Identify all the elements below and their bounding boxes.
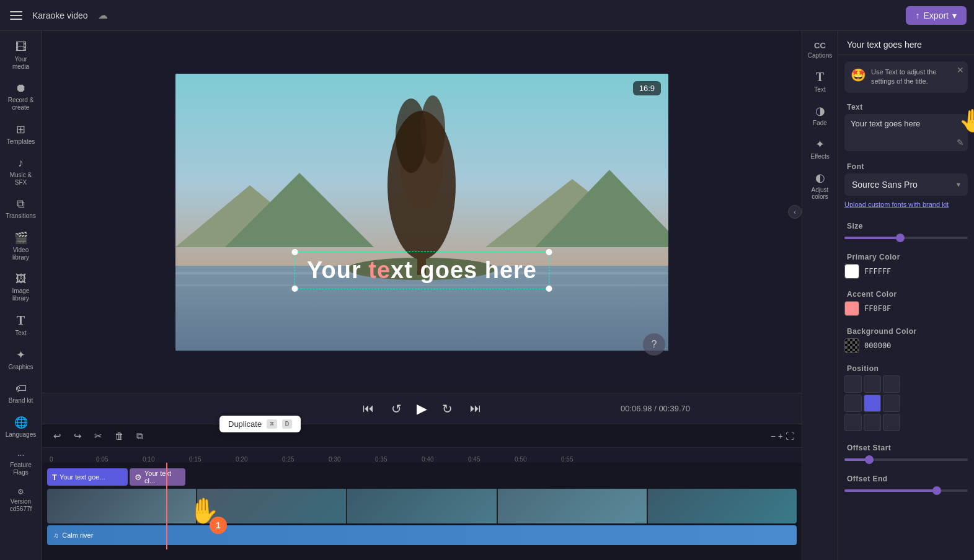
position-cell-2[interactable] (883, 375, 900, 393)
text-clip-2[interactable]: ⚙ Your text cl... (130, 468, 185, 486)
effects-icon: ✦ (815, 138, 825, 151)
font-selector[interactable]: Source Sans Pro ▾ (844, 173, 968, 196)
accent-color-swatch[interactable] (844, 301, 859, 316)
position-grid (844, 375, 968, 431)
topbar: Karaoke video ☁ ↑ Export ▾ (0, 0, 974, 31)
sidebar-item-your-media[interactable]: 🎞 Your media (2, 36, 40, 76)
help-button[interactable]: ? (643, 333, 665, 356)
timeline-content: 0 0:05 0:10 0:15 0:20 0:25 0:30 0:35 0:4… (42, 448, 802, 560)
sidebar-item-image-library[interactable]: 🖼 Image library (2, 268, 40, 307)
resize-handle-tl[interactable] (291, 249, 298, 255)
panel-collapse-button[interactable]: ‹ (788, 205, 802, 219)
skip-back-button[interactable]: ⏮ (360, 400, 376, 418)
offset-start-slider-thumb[interactable] (865, 455, 874, 464)
zoom-in-button[interactable]: + (778, 431, 783, 441)
position-cell-1[interactable] (864, 375, 881, 393)
ruler-mark-25: 0:25 (282, 456, 329, 463)
sidebar-item-feature-flags[interactable]: ··· Feature Flags (2, 445, 40, 481)
languages-icon: 🌐 (14, 416, 28, 429)
sidebar-item-templates[interactable]: ⊞ Templates (2, 118, 40, 151)
canvas-wrapper: Your text goes here 16:9 ‹ ? (42, 31, 802, 393)
video-track[interactable] (47, 489, 797, 523)
props-header: Your text goes here (838, 31, 974, 55)
sidebar-label-brand-kit: Brand kit (9, 397, 33, 405)
svg-point-12 (420, 95, 445, 164)
offset-end-slider-track[interactable] (844, 489, 968, 492)
position-cell-0[interactable] (844, 375, 862, 393)
keyboard-shortcut-cmd: ⌘ (267, 419, 277, 429)
right-panel-effects[interactable]: ✦ Effects (803, 133, 838, 165)
resize-handle-tr[interactable] (546, 249, 552, 255)
ruler-mark-30: 0:30 (329, 456, 375, 463)
offset-end-slider-thumb[interactable] (932, 486, 941, 495)
export-button[interactable]: ↑ Export ▾ (906, 6, 967, 25)
delete-button[interactable]: 🗑 (111, 428, 128, 444)
audio-track[interactable]: ♫ Calm river (47, 525, 797, 545)
size-slider-track[interactable] (844, 237, 968, 239)
position-cell-8[interactable] (883, 414, 900, 431)
cut-button[interactable]: ✂ (91, 428, 106, 444)
size-section-title: Size (838, 216, 974, 233)
position-cell-5[interactable] (883, 395, 900, 412)
rewind-button[interactable]: ↺ (389, 399, 404, 419)
video-canvas[interactable]: Your text goes here 16:9 (175, 74, 668, 351)
play-button[interactable]: ▶ (417, 401, 427, 417)
resize-handle-bl[interactable] (291, 286, 298, 292)
text-input-area[interactable]: Your text goes here ✎ 🤚 2 (844, 114, 968, 151)
bg-color-row: 000000 (844, 338, 968, 353)
duplicate-timeline-button[interactable]: ⧉ Duplicate ⌘ D (133, 428, 147, 444)
text-input-content[interactable]: Your text goes here (851, 119, 962, 128)
sidebar-item-brand-kit[interactable]: 🏷 Brand kit (2, 377, 40, 409)
adjust-colors-label: Adjust colors (807, 186, 834, 200)
right-panel-fade[interactable]: ◑ Fade (803, 99, 838, 131)
text-section-title: Text (838, 97, 974, 114)
sidebar-item-languages[interactable]: 🌐 Languages (2, 411, 40, 444)
skip-forward-button[interactable]: ⏭ (467, 400, 484, 418)
upload-custom-fonts[interactable]: Upload custom fonts with brand kit (844, 201, 968, 208)
right-panel-adjust-colors[interactable]: ◐ Adjust colors (803, 166, 838, 205)
ruler-mark-10: 0:10 (143, 456, 189, 463)
tooltip-banner: 🤩 Use Text to adjust the settings of the… (844, 61, 968, 93)
text-clip-1[interactable]: T Your text goe... (47, 468, 128, 486)
hamburger-menu[interactable] (7, 9, 25, 22)
sidebar-item-video-library[interactable]: 🎬 Video library (2, 226, 40, 266)
captions-label: Captions (808, 52, 832, 59)
offset-end-slider-fill (844, 489, 937, 492)
zoom-out-button[interactable]: − (771, 431, 776, 441)
audio-label: ♫ Calm river (53, 532, 93, 539)
fullscreen-button[interactable]: ⛶ (786, 431, 794, 441)
redo-button[interactable]: ↪ (70, 428, 86, 444)
sidebar-item-music[interactable]: ♪ Music & SFX (2, 152, 40, 191)
size-slider-fill (844, 237, 900, 239)
right-panel-text[interactable]: T Text (803, 65, 838, 98)
position-cell-4[interactable] (864, 395, 881, 412)
sidebar-item-record[interactable]: ⏺ Record &create (2, 77, 40, 116)
resize-handle-br[interactable] (546, 286, 552, 292)
text-overlay-box[interactable]: Your text goes here (294, 252, 550, 289)
sidebar-item-version[interactable]: ⚙ Version cd5677f (2, 483, 40, 518)
right-panel-captions[interactable]: CC Captions (803, 36, 838, 64)
sidebar-label-version: Version cd5677f (6, 498, 36, 513)
bg-color-swatch[interactable] (844, 338, 859, 353)
music-icon: ♪ (18, 157, 24, 170)
edit-text-button[interactable]: ✎ (957, 138, 964, 147)
tooltip-emoji: 🤩 (851, 68, 866, 82)
forward-button[interactable]: ↻ (440, 399, 455, 419)
size-slider-thumb[interactable] (896, 234, 905, 242)
sidebar-item-transitions[interactable]: ⧉ Transitions (2, 193, 40, 225)
accent-color-section-title: Accent Color (838, 284, 974, 301)
position-cell-7[interactable] (864, 414, 881, 431)
close-tooltip-button[interactable]: ✕ (957, 65, 964, 75)
project-title: Karaoke video (32, 11, 88, 20)
music-note-icon: ♫ (53, 532, 58, 539)
sidebar-item-graphics[interactable]: ✦ Graphics (2, 343, 40, 376)
accent-color-row: FF8F8F (844, 301, 968, 316)
position-cell-6[interactable] (844, 414, 862, 431)
primary-color-swatch[interactable] (844, 264, 859, 279)
position-cell-3[interactable] (844, 395, 862, 412)
undo-button[interactable]: ↩ (50, 428, 65, 444)
font-name-display: Source Sans Pro (852, 180, 918, 190)
offset-start-slider-track[interactable] (844, 458, 968, 461)
sidebar-item-text[interactable]: T Text (2, 308, 40, 342)
adjust-colors-icon: ◐ (815, 171, 825, 185)
